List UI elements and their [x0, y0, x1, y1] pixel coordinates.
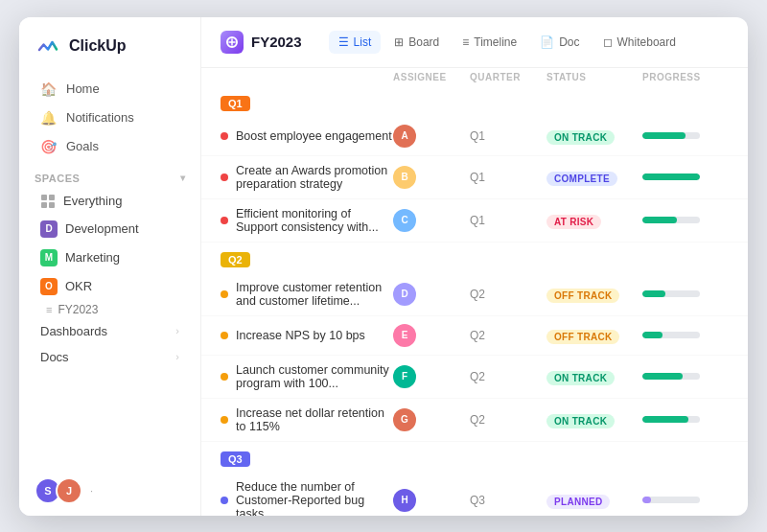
list-tab-icon: ☰: [338, 35, 349, 49]
marketing-dot: M: [40, 249, 58, 266]
progress-bar: [642, 217, 729, 223]
sidebar-item-marketing[interactable]: M Marketing: [25, 243, 195, 272]
marketing-label: Marketing: [65, 250, 120, 265]
task-dot: [221, 217, 228, 224]
clickup-logo-icon: [35, 33, 61, 59]
task-assignee: D: [393, 283, 470, 306]
task-quarter: Q1: [470, 214, 546, 227]
table-row[interactable]: Reduce the number of Customer-Reported b…: [201, 473, 748, 516]
q2-badge: Q2: [221, 252, 250, 267]
svg-rect-0: [35, 33, 61, 59]
sidebar-home-label: Home: [66, 81, 100, 96]
user-status-dot: ·: [90, 485, 93, 497]
task-assignee: H: [393, 489, 470, 512]
svg-rect-1: [41, 195, 47, 200]
quarter-section-q2: Q2 Improve customer retention and custom…: [201, 243, 748, 442]
table-row[interactable]: Create an Awards promotion preparation s…: [201, 156, 748, 199]
task-quarter: Q2: [470, 370, 546, 383]
development-dot: D: [40, 220, 58, 238]
main-content: FY2023 ☰ List ⊞ Board ≡ Timeline 📄 Doc: [201, 17, 748, 516]
sidebar-item-notifications[interactable]: 🔔 Notifications: [25, 104, 195, 132]
tab-board[interactable]: ⊞ Board: [384, 31, 449, 54]
task-quarter: Q1: [470, 171, 546, 184]
sidebar-item-everything[interactable]: Everything: [25, 188, 195, 215]
sidebar-item-development[interactable]: D Development: [25, 215, 195, 243]
timeline-tab-icon: ≡: [462, 35, 469, 49]
project-name: FY2023: [251, 34, 302, 50]
svg-rect-2: [49, 195, 55, 200]
task-name: Launch customer community program with 1…: [221, 363, 393, 390]
avatar-user-2: J: [56, 477, 82, 504]
task-name: Improve customer retention and customer …: [221, 281, 393, 308]
sidebar-item-docs[interactable]: Docs ›: [25, 344, 195, 370]
task-dot: [221, 290, 228, 298]
task-assignee: C: [393, 209, 470, 232]
task-quarter: Q2: [470, 413, 546, 427]
tab-list[interactable]: ☰ List: [329, 31, 382, 54]
project-title-area: FY2023: [221, 31, 302, 54]
task-assignee: B: [393, 166, 470, 189]
col-quarter: QUARTER: [470, 72, 546, 82]
tab-whiteboard[interactable]: ◻ Whiteboard: [593, 31, 686, 54]
task-quarter: Q1: [470, 129, 546, 143]
tab-doc[interactable]: 📄 Doc: [530, 31, 589, 54]
avatar: F: [393, 365, 416, 388]
status-badge: OFF TRACK: [546, 327, 642, 344]
user-avatar-group: S J: [35, 477, 82, 504]
progress-bar: [642, 290, 729, 297]
task-dot: [221, 416, 228, 424]
avatar: G: [393, 408, 416, 431]
sidebar-footer: S J ·: [19, 466, 200, 516]
col-status: STATUS: [546, 72, 642, 82]
task-name: Create an Awards promotion preparation s…: [221, 164, 393, 191]
okr-label: OKR: [65, 279, 92, 293]
avatar: E: [393, 324, 416, 347]
task-assignee: A: [393, 125, 470, 148]
avatar: C: [393, 209, 416, 232]
progress-bar: [642, 416, 729, 423]
task-assignee: G: [393, 408, 470, 431]
q1-header: Q1: [201, 86, 748, 117]
status-badge: AT RISK: [546, 212, 642, 229]
sidebar-item-dashboards[interactable]: Dashboards ›: [25, 318, 195, 344]
main-header: FY2023 ☰ List ⊞ Board ≡ Timeline 📄 Doc: [201, 17, 748, 68]
task-name: Efficient monitoring of Support consiste…: [221, 207, 393, 234]
doc-tab-label: Doc: [559, 35, 579, 49]
quarter-section-q3: Q3 Reduce the number of Customer-Reporte…: [201, 442, 748, 516]
avatar: D: [393, 283, 416, 306]
development-label: Development: [65, 221, 139, 236]
col-progress: PROGRESS: [642, 72, 729, 82]
sidebar-item-fy2023[interactable]: ≡ FY2023: [19, 301, 200, 318]
app-name: ClickUp: [69, 37, 127, 55]
avatar: H: [393, 489, 416, 512]
goals-icon: 🎯: [40, 139, 57, 154]
task-quarter: Q2: [470, 288, 546, 301]
table-row[interactable]: Boost employee engagement A Q1 ON TRACK: [201, 117, 748, 156]
content-area[interactable]: Q1 Boost employee engagement A Q1 ON TRA…: [201, 86, 748, 516]
docs-label: Docs: [40, 350, 69, 364]
tab-timeline[interactable]: ≡ Timeline: [453, 31, 526, 54]
status-badge: OFF TRACK: [546, 286, 642, 303]
task-name: Reduce the number of Customer-Reported b…: [221, 480, 393, 516]
task-assignee: E: [393, 324, 470, 347]
sidebar-item-goals[interactable]: 🎯 Goals: [25, 132, 195, 161]
sidebar-item-okr[interactable]: O OKR: [25, 272, 195, 301]
whiteboard-tab-label: Whiteboard: [617, 35, 676, 49]
status-badge: PLANNED: [546, 492, 642, 509]
task-dot: [221, 373, 228, 381]
list-icon: ≡: [46, 304, 52, 315]
project-icon: [221, 31, 244, 54]
table-row[interactable]: Increase NPS by 10 bps E Q2 OFF TRACK: [201, 316, 748, 356]
q3-badge: Q3: [221, 451, 250, 467]
svg-rect-3: [41, 202, 47, 208]
table-row[interactable]: Launch customer community program with 1…: [201, 356, 748, 399]
sidebar-notifications-label: Notifications: [66, 110, 134, 125]
chevron-right-icon: ›: [175, 325, 179, 336]
table-row[interactable]: Increase net dollar retention to 115% G …: [201, 399, 748, 442]
table-row[interactable]: Efficient monitoring of Support consiste…: [201, 199, 748, 243]
status-badge: ON TRACK: [546, 411, 642, 428]
task-dot: [221, 332, 228, 339]
view-tabs: ☰ List ⊞ Board ≡ Timeline 📄 Doc ◻ Whi: [329, 31, 686, 54]
sidebar-item-home[interactable]: 🏠 Home: [25, 75, 195, 104]
table-row[interactable]: Improve customer retention and customer …: [201, 273, 748, 316]
